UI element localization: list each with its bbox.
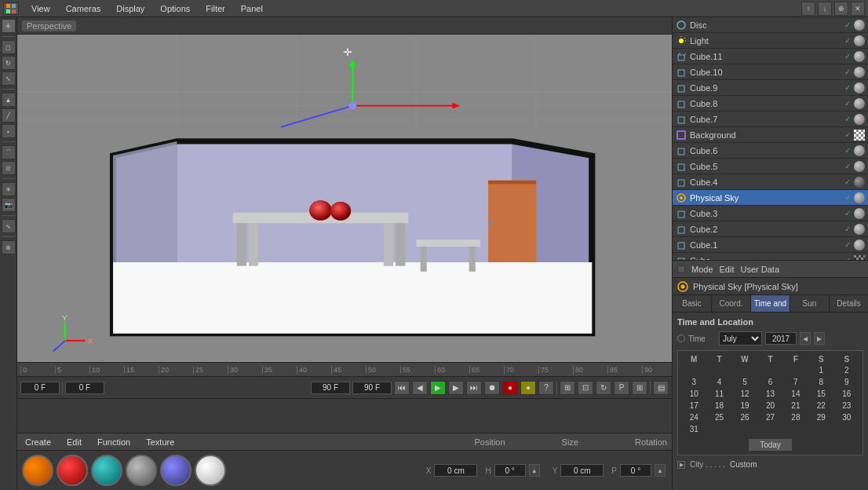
coord-py-input[interactable] (560, 464, 604, 477)
transport-icon3[interactable]: ↻ (596, 381, 611, 395)
frame-end-input[interactable] (311, 382, 350, 394)
object-row-cube9[interactable]: Cube.9 ✓ (673, 80, 868, 96)
cal-cell[interactable]: 9 (834, 376, 859, 388)
menu-cameras[interactable]: Cameras (63, 2, 104, 15)
cal-cell[interactable]: 24 (681, 411, 706, 423)
transport-icon4[interactable]: P (614, 381, 629, 395)
cal-cell[interactable]: 28 (783, 411, 808, 423)
object-row-cube10[interactable]: Cube.10 ✓ (673, 64, 868, 80)
swatch-blue[interactable] (160, 455, 191, 486)
cal-cell[interactable]: 13 (757, 388, 782, 400)
cal-cell[interactable]: 25 (706, 411, 731, 423)
transport-icon2[interactable]: ⊡ (578, 381, 593, 395)
tool-rotate[interactable]: ↻ (2, 56, 16, 70)
toolbar-icon-3[interactable]: ⊕ (834, 2, 848, 16)
tool-select[interactable]: ◻ (2, 40, 16, 54)
swatch-white[interactable] (195, 455, 226, 486)
tab-sun[interactable]: Sun (790, 295, 830, 312)
object-row-cube7[interactable]: Cube.7 ✓ (673, 112, 868, 127)
menu-filter[interactable]: Filter (202, 2, 228, 15)
object-row-cube4[interactable]: Cube.4 ✓ (673, 174, 868, 190)
transport-icon1[interactable]: ⊞ (560, 381, 575, 395)
city-expand[interactable]: ▶ (677, 461, 685, 469)
coord-h-input[interactable] (494, 464, 526, 477)
toolbar-icon-2[interactable]: ↓ (818, 2, 832, 16)
cal-cell[interactable]: 29 (808, 411, 833, 423)
menu-panel[interactable]: Panel (238, 2, 266, 15)
cal-cell[interactable]: 12 (732, 388, 757, 400)
mat-tab-create[interactable]: Create (22, 436, 54, 448)
cal-cell[interactable] (783, 364, 808, 376)
transport-red1[interactable]: ● (502, 381, 518, 395)
tool-camera[interactable]: 📷 (2, 198, 16, 212)
menu-options[interactable]: Options (157, 2, 193, 15)
toolbar-icon-1[interactable]: ↑ (801, 2, 815, 16)
tool-move[interactable]: ✛ (2, 19, 16, 33)
today-button[interactable]: Today (748, 438, 793, 452)
transport-prev-frame[interactable]: ◀ (412, 381, 428, 395)
object-row-cube8[interactable]: Cube.8 ✓ (673, 96, 868, 112)
cal-cell[interactable]: 6 (757, 376, 782, 388)
swatch-orange[interactable] (22, 455, 53, 486)
swatch-teal[interactable] (91, 455, 122, 486)
prop-expand-btn[interactable] (677, 265, 685, 273)
prop-mode-btn[interactable]: Mode (691, 265, 713, 274)
tool-deform[interactable]: ⊛ (2, 240, 16, 254)
coord-h-up[interactable]: ▲ (529, 464, 540, 477)
cal-cell[interactable]: 27 (757, 411, 782, 423)
year-next[interactable]: ▶ (814, 332, 825, 345)
cal-cell[interactable]: 3 (681, 376, 706, 388)
cal-cell[interactable] (732, 364, 757, 376)
cal-cell[interactable]: 31 (681, 423, 706, 435)
coord-px-input[interactable] (434, 464, 477, 477)
transport-play[interactable]: ▶ (430, 381, 446, 395)
object-row-cube1[interactable]: Cube.1 ✓ (673, 237, 868, 253)
cal-cell[interactable]: 11 (706, 388, 731, 400)
tool-bend[interactable]: ⌒ (2, 145, 16, 159)
month-select[interactable]: July (719, 331, 762, 346)
frame-start-input[interactable] (20, 382, 60, 394)
cal-cell[interactable]: 14 (783, 388, 808, 400)
object-row-cube5[interactable]: Cube.5 ✓ (673, 159, 868, 174)
cal-cell[interactable]: 30 (834, 411, 859, 423)
toolbar-icon-4[interactable]: ✕ (851, 2, 865, 16)
tool-edge[interactable]: ╱ (2, 108, 16, 122)
prop-edit-btn[interactable]: Edit (720, 265, 735, 274)
cal-cell[interactable]: 1 (808, 364, 833, 376)
object-row-cube3[interactable]: Cube.3 ✓ (673, 206, 868, 221)
cal-cell[interactable]: 8 (808, 376, 833, 388)
object-row-cube2[interactable]: Cube.2 ✓ (673, 221, 868, 237)
cal-cell[interactable]: 19 (732, 400, 757, 411)
cal-cell[interactable]: 18 (706, 400, 731, 411)
object-row-light[interactable]: Light ✓ (673, 33, 868, 49)
tool-point[interactable]: • (2, 124, 16, 138)
cal-cell[interactable]: 21 (783, 400, 808, 411)
swatch-red[interactable] (57, 455, 88, 486)
object-row-cube[interactable]: Cube ✓ (673, 253, 868, 261)
tab-basic[interactable]: Basic (673, 295, 712, 312)
cal-cell[interactable] (706, 364, 731, 376)
transport-icon6[interactable]: ▤ (653, 381, 669, 395)
mat-tab-texture[interactable]: Texture (143, 436, 177, 448)
cal-cell[interactable]: 26 (732, 411, 757, 423)
cal-cell[interactable] (681, 364, 706, 376)
cal-cell[interactable] (757, 364, 782, 376)
transport-red2[interactable]: ● (520, 381, 536, 395)
year-prev[interactable]: ◀ (800, 332, 811, 345)
coord-p-up[interactable]: ▲ (655, 464, 666, 477)
cal-cell[interactable]: 17 (681, 400, 706, 411)
mat-tab-function[interactable]: Function (94, 436, 133, 448)
coord-p-input[interactable] (620, 464, 651, 477)
tool-nurbs[interactable]: ⊙ (2, 161, 16, 175)
menu-view[interactable]: View (28, 2, 53, 15)
cal-cell[interactable]: 10 (681, 388, 706, 400)
transport-to-end[interactable]: ⏭ (466, 381, 482, 395)
time-radio[interactable] (677, 335, 685, 342)
transport-question[interactable]: ? (538, 381, 554, 395)
frame-current-input[interactable] (65, 382, 104, 394)
cal-cell[interactable]: 2 (834, 364, 859, 376)
cal-cell[interactable]: 20 (757, 400, 782, 411)
tool-light[interactable]: ☀ (2, 182, 16, 196)
year-input[interactable] (765, 332, 797, 345)
transport-icon5[interactable]: ⊞ (632, 381, 647, 395)
